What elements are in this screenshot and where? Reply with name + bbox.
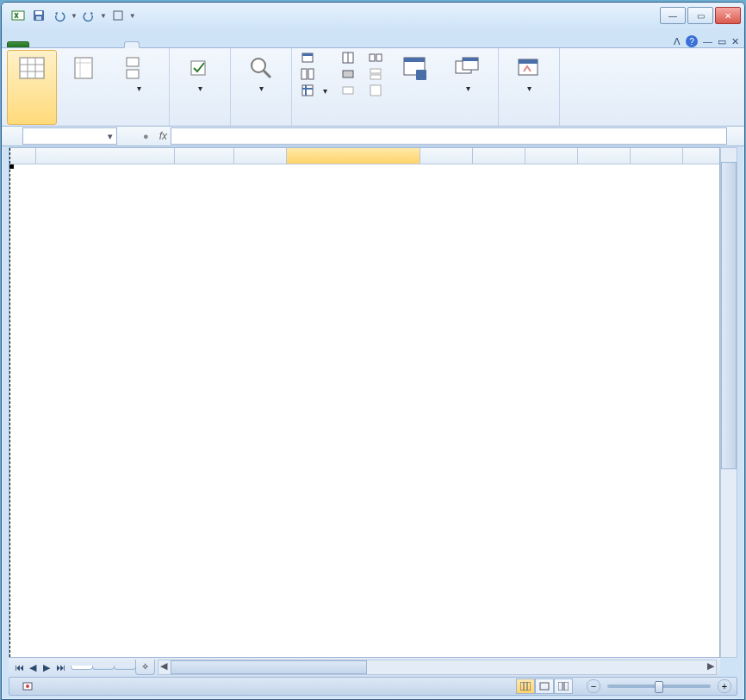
svg-rect-30: [376, 54, 382, 61]
doc-close-icon[interactable]: ✕: [731, 36, 739, 47]
zoom-slider[interactable]: [607, 685, 711, 688]
close-button[interactable]: ✕: [715, 7, 741, 24]
sync-icon: [369, 51, 382, 65]
vscroll-thumb[interactable]: [721, 162, 737, 469]
col-header-f[interactable]: [473, 148, 525, 164]
zoom-out-button[interactable]: −: [587, 679, 600, 693]
save-workspace-button[interactable]: [389, 50, 439, 125]
unhide-button[interactable]: [338, 83, 358, 98]
maximize-button[interactable]: ▭: [687, 7, 713, 24]
col-header-c[interactable]: [234, 148, 287, 164]
svg-rect-39: [463, 58, 478, 61]
select-all-corner[interactable]: [9, 148, 36, 164]
save-icon[interactable]: [29, 6, 48, 25]
col-header-h[interactable]: [578, 148, 631, 164]
col-header-a[interactable]: [36, 148, 175, 164]
col-header-e[interactable]: [420, 148, 473, 164]
new-sheet-button[interactable]: ✧: [135, 660, 155, 675]
reset-pos-button[interactable]: [365, 83, 386, 98]
sheet-nav-last[interactable]: ⏭: [53, 660, 67, 674]
tab-data[interactable]: [93, 40, 109, 47]
minimize-button[interactable]: —: [660, 7, 686, 24]
sync1-button[interactable]: [365, 50, 386, 65]
col-header-g[interactable]: [525, 148, 578, 164]
tab-review[interactable]: [109, 40, 124, 47]
status-bar: − +: [9, 677, 737, 696]
sheet-nav-next[interactable]: ▶: [40, 660, 53, 674]
formula-bar-row: ▾ ● fx: [2, 127, 744, 146]
zoom-slider-handle[interactable]: [655, 681, 663, 693]
sheet-tab-bar: ⏮ ◀ ▶ ⏭ ✧ ◀▶: [9, 657, 720, 677]
col-header-b[interactable]: [175, 148, 234, 164]
split-button[interactable]: [338, 50, 358, 65]
sync2-button[interactable]: [365, 66, 386, 82]
help-icon[interactable]: ?: [686, 35, 698, 47]
tab-layout[interactable]: [62, 40, 78, 47]
minimize-ribbon-icon[interactable]: ᐱ: [674, 36, 681, 47]
views-more-button[interactable]: ▾: [114, 50, 164, 125]
hscroll-thumb[interactable]: [171, 660, 367, 674]
window-plus-icon: [301, 51, 314, 65]
excel-icon[interactable]: [9, 6, 28, 25]
svg-rect-19: [302, 53, 313, 56]
svg-rect-48: [558, 682, 563, 691]
svg-rect-31: [370, 69, 381, 73]
sheet-nav-first[interactable]: ⏮: [12, 660, 26, 674]
sheet-tab-3[interactable]: [114, 666, 136, 670]
ribbon-tabs: ᐱ ? — ▭ ✕: [2, 28, 744, 48]
tab-addins[interactable]: [155, 40, 171, 47]
tab-formulas[interactable]: [78, 40, 93, 47]
tab-developer[interactable]: [140, 40, 155, 47]
page-layout-button[interactable]: [60, 50, 110, 125]
name-box[interactable]: ▾: [22, 127, 117, 145]
tab-abbyy[interactable]: [186, 40, 202, 47]
doc-restore-icon[interactable]: ▭: [718, 36, 726, 47]
svg-rect-5: [20, 58, 44, 78]
checkbox-icon: [186, 54, 214, 82]
col-header-d[interactable]: [287, 148, 420, 164]
svg-rect-29: [370, 54, 375, 61]
doc-minimize-icon[interactable]: —: [703, 36, 712, 46]
worksheet-grid[interactable]: [9, 147, 720, 658]
svg-rect-28: [343, 87, 353, 94]
normal-view-button[interactable]: [7, 50, 57, 125]
arrange-all-button[interactable]: [297, 66, 331, 82]
macros-button[interactable]: ▾: [504, 50, 554, 125]
redo-icon[interactable]: [79, 6, 98, 25]
freeze-panes-button[interactable]: ▾: [297, 83, 331, 98]
tab-foxit[interactable]: [171, 40, 186, 47]
unhide-icon: [341, 84, 355, 97]
sheet-tab-2[interactable]: [92, 666, 115, 670]
zoom-in-button[interactable]: +: [718, 679, 731, 693]
svg-rect-14: [127, 70, 139, 78]
tab-file[interactable]: [7, 41, 29, 47]
svg-rect-27: [343, 71, 353, 77]
col-header-i[interactable]: [631, 148, 683, 164]
qat-more-icon[interactable]: [109, 6, 127, 25]
tab-home[interactable]: [31, 40, 47, 47]
switch-windows-icon: [454, 54, 482, 82]
group-label-window: [297, 125, 493, 126]
formula-bar[interactable]: [171, 127, 727, 145]
sheet-tab-1[interactable]: [71, 666, 93, 670]
vertical-scrollbar[interactable]: [720, 147, 737, 658]
view-layout-icon[interactable]: [535, 678, 554, 694]
app-window: ▼ ▼ ▼ — ▭ ✕ ᐱ ? — ▭ ✕: [1, 2, 745, 700]
macro-record-icon[interactable]: [22, 680, 34, 692]
tab-view[interactable]: [124, 41, 140, 48]
new-window-button[interactable]: [297, 50, 331, 65]
switch-windows-button[interactable]: ▾: [443, 50, 493, 125]
view-pagebreak-icon[interactable]: [554, 678, 573, 694]
view-normal-icon[interactable]: [516, 678, 535, 694]
sheet-nav-prev[interactable]: ◀: [26, 660, 40, 674]
tab-insert[interactable]: [47, 40, 62, 47]
fx-icon[interactable]: fx: [159, 130, 167, 142]
chevron-down-icon[interactable]: ▾: [108, 131, 113, 142]
hide-button[interactable]: [338, 66, 358, 82]
horizontal-scrollbar[interactable]: ◀▶: [158, 660, 717, 675]
zoom-button[interactable]: ▾: [236, 50, 286, 125]
undo-icon[interactable]: [50, 6, 69, 25]
show-button[interactable]: ▾: [175, 50, 225, 125]
split-icon: [341, 51, 355, 65]
svg-rect-20: [302, 69, 307, 79]
